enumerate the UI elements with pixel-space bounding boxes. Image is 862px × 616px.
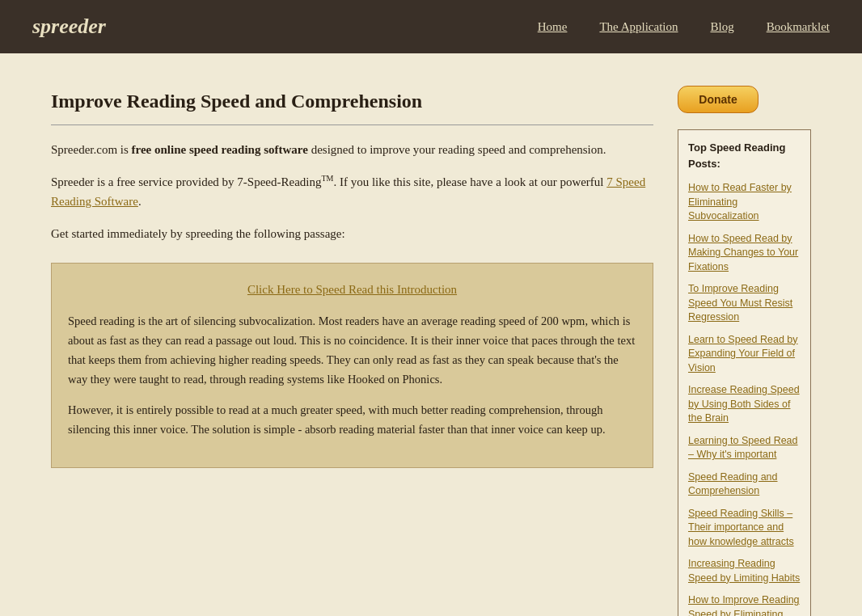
nav-application[interactable]: The Application	[599, 17, 678, 36]
intro-paragraph-2: Spreeder is a free service provided by 7…	[51, 172, 653, 211]
sidebar-link-5[interactable]: Learning to Speed Read – Why it's import…	[688, 434, 801, 462]
intro2-start: Spreeder is a free service provided by 7…	[51, 175, 321, 188]
sidebar-links-box: Top Speed Reading Posts: How to Read Fas…	[678, 129, 811, 616]
nav-bookmarklet[interactable]: Bookmarklet	[767, 17, 830, 36]
sidebar: Donate Top Speed Reading Posts: How to R…	[678, 86, 811, 616]
sidebar-link-7[interactable]: Speed Reading Skills – Their importance …	[688, 507, 801, 550]
sidebar-link-0[interactable]: How to Read Faster by Eliminating Subvoc…	[688, 181, 801, 224]
article-paragraph-1: Speed reading is the art of silencing su…	[68, 312, 636, 390]
donate-button[interactable]: Donate	[678, 86, 758, 113]
sidebar-link-6[interactable]: Speed Reading and Comprehension	[688, 470, 801, 499]
trademark-sup: TM	[321, 174, 333, 183]
sidebar-title: Top Speed Reading Posts:	[688, 140, 801, 174]
sidebar-link-2[interactable]: To Improve Reading Speed You Must Resist…	[688, 282, 801, 325]
intro1-bold: free online speed reading software	[132, 143, 308, 156]
main-content: Improve Reading Speed and Comprehension …	[51, 86, 653, 616]
main-nav: Home The Application Blog Bookmarklet	[538, 17, 830, 36]
nav-home[interactable]: Home	[538, 17, 568, 36]
article-body: Speed reading is the art of silencing su…	[68, 312, 636, 440]
sidebar-link-3[interactable]: Learn to Speed Read by Expanding Your Fi…	[688, 333, 801, 376]
nav-blog[interactable]: Blog	[710, 17, 733, 36]
site-logo[interactable]: spreeder	[32, 10, 106, 44]
sidebar-link-9[interactable]: How to Improve Reading Speed by Eliminat…	[688, 593, 801, 616]
intro-paragraph-3: Get started immediately by spreeding the…	[51, 224, 653, 243]
speed-read-link[interactable]: Click Here to Speed Read this Introducti…	[68, 280, 636, 299]
sidebar-link-4[interactable]: Increase Reading Speed by Using Both Sid…	[688, 383, 801, 426]
intro2-middle: . If you like this site, please have a l…	[333, 175, 606, 188]
intro2-end: .	[138, 195, 142, 208]
intro1-end: designed to improve your reading speed a…	[308, 143, 606, 156]
title-divider	[51, 124, 653, 125]
main-wrapper: Improve Reading Speed and Comprehension …	[27, 53, 835, 616]
speed-read-box: Click Here to Speed Read this Introducti…	[51, 263, 653, 468]
page-title: Improve Reading Speed and Comprehension	[51, 86, 653, 116]
site-header: spreeder Home The Application Blog Bookm…	[0, 0, 862, 53]
intro-paragraph-1: Spreeder.com is free online speed readin…	[51, 140, 653, 159]
sidebar-link-1[interactable]: How to Speed Read by Making Changes to Y…	[688, 232, 801, 275]
article-paragraph-2: However, it is entirely possible to read…	[68, 401, 636, 440]
intro1-start: Spreeder.com is	[51, 143, 132, 156]
sidebar-link-8[interactable]: Increasing Reading Speed by Limiting Hab…	[688, 557, 801, 585]
